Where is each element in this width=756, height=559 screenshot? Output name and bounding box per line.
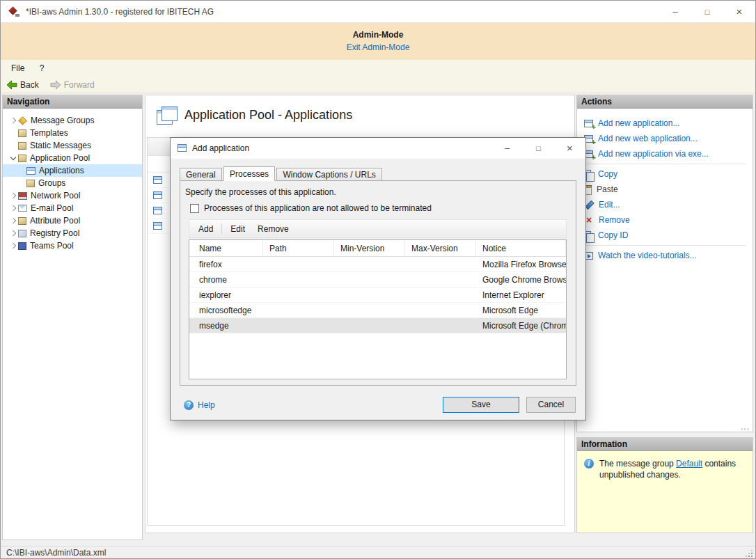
admin-mode-title: Admin-Mode: [1, 23, 755, 40]
help-link[interactable]: Help: [184, 400, 215, 410]
menu-help[interactable]: ?: [33, 60, 51, 77]
processes-table: Name Path Min-Version Max-Version Notice…: [189, 239, 567, 379]
nav-item-application-pool[interactable]: Application Pool: [3, 152, 142, 164]
chevron-right-icon[interactable]: [8, 228, 18, 238]
exit-admin-mode-link[interactable]: Exit Admin-Mode: [347, 42, 410, 52]
chevron-right-icon[interactable]: [8, 216, 18, 226]
information-message: The message group Default contains unpub…: [599, 458, 747, 480]
process-row-microsoftedge[interactable]: microsoftedge Microsoft Edge: [189, 303, 566, 318]
processes-table-header: Name Path Min-Version Max-Version Notice: [189, 240, 566, 257]
nav-item-static-messages[interactable]: Static Messages: [3, 139, 142, 152]
processes-description: Specify the processes of this applicatio…: [185, 187, 336, 197]
nav-item-applications[interactable]: Applications: [3, 164, 142, 177]
action-add-new-application-via-exe[interactable]: Add new application via exe...: [577, 146, 753, 162]
terminate-checkbox-label: Processes of this application are not al…: [204, 203, 432, 213]
resize-grip[interactable]: [745, 549, 753, 558]
navigation-panel: Navigation Message Groups Templates Stat…: [2, 95, 143, 540]
back-button[interactable]: Back: [1, 77, 45, 93]
message-groups-icon: [18, 116, 27, 125]
minimize-button[interactable]: [659, 1, 691, 22]
column-header-max-version[interactable]: Max-Version: [405, 240, 476, 256]
nav-item-attribute-pool[interactable]: Attribute Pool: [3, 214, 142, 227]
action-remove[interactable]: Remove: [577, 212, 753, 228]
save-button[interactable]: Save: [443, 397, 519, 413]
navigation-tree: Message Groups Templates Static Messages…: [3, 109, 142, 252]
cancel-button[interactable]: Cancel: [526, 397, 576, 413]
column-header-min-version[interactable]: Min-Version: [334, 240, 405, 256]
spacer: [8, 128, 18, 138]
dialog-title: Add application: [192, 138, 249, 159]
nav-item-message-groups[interactable]: Message Groups: [3, 114, 142, 127]
application-pool-icon: [18, 155, 26, 162]
navigation-header: Navigation: [3, 95, 142, 109]
titlebar: *IBI-aws Admin 1.30.0 - registered for I…: [1, 1, 755, 23]
nav-item-network-pool[interactable]: Network Pool: [3, 189, 142, 202]
chevron-down-icon[interactable]: [8, 153, 18, 163]
menu-toolbar-area: File ? Back Forward: [1, 60, 755, 93]
app-logo-icon: [8, 6, 19, 17]
email-pool-icon: [18, 205, 27, 212]
column-header-path[interactable]: Path: [263, 240, 334, 256]
tab-window-captions-urls[interactable]: Window Captions / URLs: [276, 168, 381, 181]
application-icon: [153, 222, 162, 230]
process-row-chrome[interactable]: chrome Google Chrome Browser: [189, 272, 566, 288]
separator: [583, 245, 746, 246]
chevron-right-icon[interactable]: [8, 191, 18, 200]
panel-splitter-handle[interactable]: ...: [718, 422, 750, 432]
network-pool-icon: [18, 192, 27, 200]
dialog-close-button[interactable]: [554, 138, 585, 158]
page-title: Application Pool - Applications: [184, 108, 352, 123]
tab-processes[interactable]: Processes: [223, 166, 275, 181]
action-copy[interactable]: Copy: [577, 166, 753, 182]
process-row-firefox[interactable]: firefox Mozilla Firefox Browser: [189, 257, 566, 272]
help-icon: [184, 400, 194, 410]
terminate-checkbox-row: Processes of this application are not al…: [190, 203, 432, 213]
processes-toolbar: Add Edit Remove: [189, 219, 567, 238]
action-paste[interactable]: Paste: [577, 182, 753, 197]
applications-windows-icon: [157, 107, 178, 125]
action-copy-id[interactable]: Copy ID: [577, 228, 753, 243]
action-watch-video-tutorials[interactable]: Watch the video-tutorials...: [577, 248, 753, 263]
maximize-button[interactable]: [691, 1, 723, 22]
admin-mode-banner: Admin-Mode Exit Admin-Mode: [1, 23, 755, 60]
column-header-notice[interactable]: Notice: [476, 240, 566, 256]
chevron-right-icon[interactable]: [8, 203, 18, 213]
static-messages-icon: [18, 142, 26, 150]
process-row-iexplorer[interactable]: iexplorer Internet Explorer: [189, 288, 566, 303]
templates-icon: [18, 129, 26, 137]
dialog-minimize-button[interactable]: [491, 138, 523, 158]
dialog-titlebar: Add application: [171, 138, 585, 159]
terminate-checkbox[interactable]: [190, 204, 199, 213]
nav-item-groups[interactable]: Groups: [3, 177, 142, 189]
add-process-button[interactable]: Add: [192, 223, 219, 235]
status-bar: C:\IBI-aws\Admin\Data.xml: [1, 546, 755, 559]
application-icon: [153, 191, 162, 199]
dialog-maximize-button[interactable]: [523, 138, 554, 158]
info-icon: [584, 459, 594, 469]
process-row-msedge[interactable]: msedge Microsoft Edge (Chrom...: [189, 318, 566, 333]
action-add-new-web-application[interactable]: Add new web application...: [577, 131, 753, 146]
chevron-right-icon[interactable]: [8, 241, 18, 251]
processes-tab-page: Specify the processes of this applicatio…: [180, 180, 576, 386]
close-button[interactable]: [723, 1, 755, 22]
information-header: Information: [577, 438, 753, 451]
actions-panel: Actions Add new application... Add new w…: [576, 95, 753, 432]
app-window: *IBI-aws Admin 1.30.0 - registered for I…: [0, 0, 756, 559]
default-message-group-link[interactable]: Default: [676, 459, 702, 469]
remove-process-button[interactable]: Remove: [251, 223, 295, 235]
menu-file[interactable]: File: [5, 60, 31, 77]
nav-item-email-pool[interactable]: E-mail Pool: [3, 202, 142, 214]
tab-general[interactable]: General: [180, 168, 222, 181]
chevron-right-icon[interactable]: [8, 116, 18, 125]
data-file-path: C:\IBI-aws\Admin\Data.xml: [6, 546, 106, 559]
nav-item-registry-pool[interactable]: Registry Pool: [3, 227, 142, 239]
nav-item-templates[interactable]: Templates: [3, 127, 142, 139]
action-edit[interactable]: Edit...: [577, 197, 753, 212]
application-icon: [153, 176, 162, 184]
action-add-new-application[interactable]: Add new application...: [577, 116, 753, 131]
column-header-name[interactable]: Name: [189, 240, 263, 256]
edit-process-button[interactable]: Edit: [224, 223, 251, 235]
window-title: *IBI-aws Admin 1.30.0 - registered for I…: [26, 1, 214, 23]
forward-button[interactable]: Forward: [45, 77, 100, 93]
nav-item-teams-pool[interactable]: Teams Pool: [3, 239, 142, 252]
